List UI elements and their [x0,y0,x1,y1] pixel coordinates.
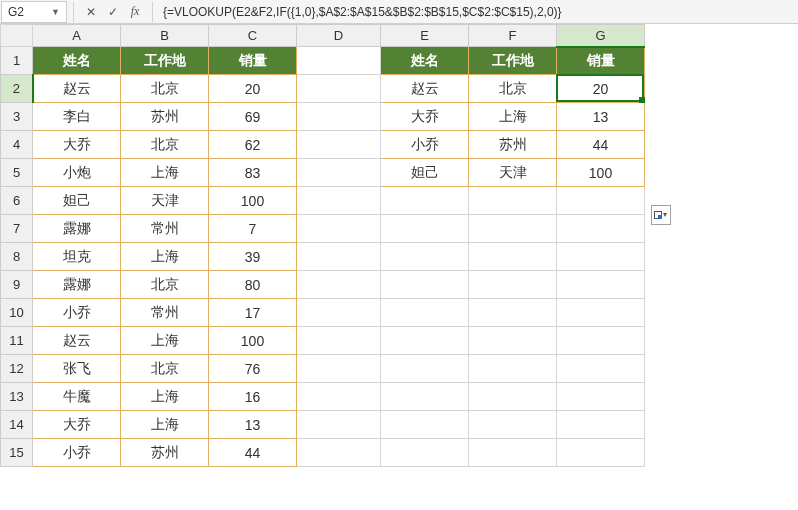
chevron-down-icon[interactable]: ▼ [51,7,60,17]
row-header[interactable]: 9 [1,271,33,299]
cell[interactable] [557,439,645,467]
cell[interactable]: 天津 [469,159,557,187]
cell[interactable]: 76 [209,355,297,383]
cell[interactable]: 张飞 [33,355,121,383]
cell[interactable]: 17 [209,299,297,327]
row-header[interactable]: 11 [1,327,33,355]
cell[interactable] [297,187,381,215]
cell-D1[interactable] [297,47,381,75]
cell[interactable] [381,299,469,327]
cell-G2-active[interactable]: 20 [557,75,645,103]
cell[interactable]: 大乔 [33,131,121,159]
cell[interactable] [469,271,557,299]
cell[interactable] [297,215,381,243]
cancel-formula-icon[interactable]: ✕ [83,4,99,20]
grid[interactable]: A B C D E F G 1 姓名 工作地 销量 姓名 工作地 销量 2 赵云… [0,24,645,467]
cell[interactable]: 常州 [121,215,209,243]
cell[interactable]: 100 [557,159,645,187]
cell[interactable]: 16 [209,383,297,411]
table2-header-sales[interactable]: 销量 [557,47,645,75]
cell[interactable] [469,355,557,383]
cell[interactable]: 上海 [121,159,209,187]
cell[interactable]: 7 [209,215,297,243]
cell[interactable]: 上海 [121,243,209,271]
cell[interactable]: 坦克 [33,243,121,271]
cell[interactable] [297,159,381,187]
cell[interactable] [297,271,381,299]
cell[interactable] [297,243,381,271]
cell[interactable] [557,383,645,411]
cell[interactable]: 北京 [121,75,209,103]
cell[interactable]: 天津 [121,187,209,215]
cell[interactable]: 上海 [121,327,209,355]
row-header[interactable]: 12 [1,355,33,383]
cell[interactable]: 赵云 [33,75,121,103]
cell[interactable]: 苏州 [121,103,209,131]
cell[interactable] [557,243,645,271]
col-header-E[interactable]: E [381,25,469,47]
cell[interactable] [381,271,469,299]
cell[interactable]: 李白 [33,103,121,131]
cell[interactable]: 牛魔 [33,383,121,411]
cell[interactable]: 赵云 [381,75,469,103]
cell[interactable] [297,103,381,131]
accept-formula-icon[interactable]: ✓ [105,4,121,20]
cell[interactable]: 小炮 [33,159,121,187]
row-header[interactable]: 7 [1,215,33,243]
row-header[interactable]: 1 [1,47,33,75]
cell[interactable] [557,271,645,299]
cell[interactable] [469,187,557,215]
formula-input[interactable]: {=VLOOKUP(E2&F2,IF({1,0},$A$2:$A$15&$B$2… [159,5,798,19]
fx-icon[interactable]: fx [127,4,143,20]
cell[interactable] [557,355,645,383]
cell[interactable] [297,383,381,411]
cell[interactable]: 苏州 [469,131,557,159]
cell[interactable]: 100 [209,187,297,215]
cell[interactable]: 露娜 [33,271,121,299]
cell[interactable] [557,411,645,439]
cell[interactable]: 赵云 [33,327,121,355]
cell[interactable]: 北京 [121,131,209,159]
col-header-D[interactable]: D [297,25,381,47]
row-header[interactable]: 8 [1,243,33,271]
autofill-options-button[interactable]: ▾ [651,205,671,225]
cell[interactable]: 80 [209,271,297,299]
col-header-C[interactable]: C [209,25,297,47]
cell-D2[interactable] [297,75,381,103]
cell[interactable] [381,327,469,355]
cell[interactable]: 妲己 [33,187,121,215]
row-header[interactable]: 13 [1,383,33,411]
row-header[interactable]: 6 [1,187,33,215]
cell[interactable] [469,439,557,467]
cell[interactable]: 北京 [121,271,209,299]
cell[interactable] [381,243,469,271]
cell[interactable]: 常州 [121,299,209,327]
cell[interactable]: 大乔 [381,103,469,131]
cell[interactable] [297,131,381,159]
cell[interactable]: 大乔 [33,411,121,439]
row-header[interactable]: 3 [1,103,33,131]
cell[interactable] [557,299,645,327]
row-header[interactable]: 2 [1,75,33,103]
cell[interactable] [469,327,557,355]
cell[interactable] [297,327,381,355]
cell[interactable] [557,187,645,215]
table1-header-name[interactable]: 姓名 [33,47,121,75]
row-header[interactable]: 15 [1,439,33,467]
cell[interactable] [297,411,381,439]
name-box[interactable]: G2 ▼ [1,1,67,23]
cell[interactable] [469,411,557,439]
cell[interactable]: 100 [209,327,297,355]
select-all-corner[interactable] [1,25,33,47]
cell[interactable] [469,383,557,411]
cell[interactable] [297,355,381,383]
cell[interactable]: 13 [557,103,645,131]
cell[interactable]: 69 [209,103,297,131]
cell[interactable] [297,439,381,467]
cell[interactable]: 20 [209,75,297,103]
table2-header-name[interactable]: 姓名 [381,47,469,75]
cell[interactable] [381,355,469,383]
cell[interactable]: 上海 [469,103,557,131]
table1-header-sales[interactable]: 销量 [209,47,297,75]
cell[interactable] [381,215,469,243]
